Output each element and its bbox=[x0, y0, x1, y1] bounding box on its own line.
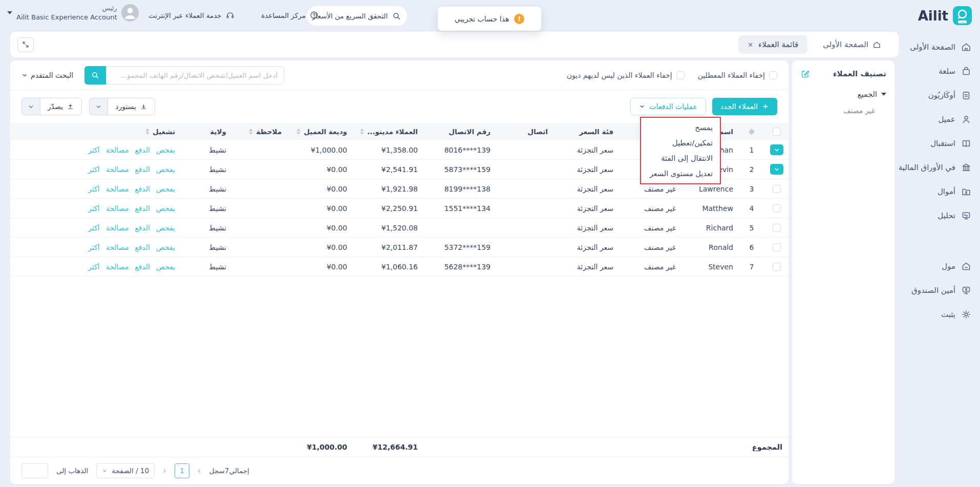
tab-customer-list[interactable]: قائمة العملاء ✕ bbox=[738, 35, 807, 54]
chevron-down-icon[interactable] bbox=[770, 144, 783, 155]
row-action-link[interactable]: أكثر bbox=[88, 146, 100, 154]
goto-page-input[interactable] bbox=[22, 463, 48, 478]
hide-no-debt-checkbox[interactable]: إخفاء العملاء الذين ليس لديهم ديون bbox=[567, 71, 685, 79]
column-header-note[interactable]: ملاحظة bbox=[231, 128, 287, 136]
row-action-link[interactable]: يفحص bbox=[156, 263, 175, 271]
row-action-link[interactable]: الدفع bbox=[135, 185, 150, 193]
select-all-checkbox[interactable] bbox=[765, 128, 789, 136]
sidebar-item-product[interactable]: سلعة bbox=[899, 59, 980, 83]
hide-disabled-checkbox[interactable]: إخفاء العملاء المعطلين bbox=[698, 71, 777, 79]
page-number-button[interactable]: 1 bbox=[175, 463, 189, 478]
help-center-link[interactable]: مركز المساعدة bbox=[261, 10, 319, 20]
sort-caret-icon[interactable] bbox=[360, 129, 364, 135]
row-action-link[interactable]: الدفع bbox=[135, 204, 150, 213]
menu-item-enable-disable[interactable]: تمكين/تعطيل bbox=[641, 135, 720, 151]
checkbox-icon[interactable] bbox=[773, 263, 781, 271]
sidebar-item-home[interactable]: الصفحة الأولى bbox=[899, 35, 980, 59]
edit-icon[interactable] bbox=[800, 69, 811, 79]
category-item-all[interactable]: الجميع bbox=[800, 90, 886, 98]
column-header-deposit[interactable]: وديعة العميل bbox=[287, 128, 352, 136]
row-action-link[interactable]: مصالحة bbox=[105, 204, 129, 213]
row-checkbox[interactable] bbox=[765, 263, 789, 271]
row-action-link[interactable]: يفحص bbox=[156, 204, 175, 213]
mall-icon bbox=[961, 261, 972, 272]
column-header-actions[interactable]: تشغيل bbox=[10, 128, 180, 136]
export-button[interactable]: يصدّر bbox=[40, 98, 82, 115]
row-action-link[interactable]: أكثر bbox=[88, 224, 100, 232]
import-button[interactable]: يستورد bbox=[108, 98, 155, 115]
sidebar-item-occasions[interactable]: أوكَازيُون bbox=[899, 83, 980, 107]
row-action-link[interactable]: يفحص bbox=[156, 146, 175, 154]
row-action-link[interactable]: الدفع bbox=[135, 146, 150, 154]
row-action-link[interactable]: يفحص bbox=[156, 165, 175, 174]
sidebar-item-securities[interactable]: في الأوراق المالية bbox=[899, 155, 980, 179]
row-action-link[interactable]: مصالحة bbox=[105, 165, 129, 174]
row-action-link[interactable]: مصالحة bbox=[105, 185, 129, 193]
row-action-link[interactable]: الدفع bbox=[135, 263, 150, 271]
row-action-link[interactable]: أكثر bbox=[88, 263, 100, 271]
checkbox-icon[interactable] bbox=[773, 185, 781, 193]
sort-caret-icon[interactable] bbox=[145, 129, 150, 135]
sidebar-item-analysis[interactable]: تحليل bbox=[899, 203, 980, 227]
column-settings-button[interactable] bbox=[738, 127, 765, 136]
category-item-uncategorized[interactable]: غير مصنف bbox=[800, 107, 886, 115]
menu-item-move-to-category[interactable]: الانتقال إلى الفئة bbox=[641, 151, 720, 166]
menu-item-adjust-price-level[interactable]: تعديل مستوى السعر bbox=[641, 166, 720, 181]
menu-item-delete[interactable]: يمسح bbox=[641, 120, 720, 135]
advanced-search-toggle[interactable]: البحث المتقدم bbox=[22, 71, 73, 79]
export-menu-caret[interactable] bbox=[22, 98, 40, 115]
chevron-left-icon[interactable]: ‹ bbox=[163, 467, 166, 475]
quick-price-check-button[interactable]: التحقق السريع من الأسعار bbox=[307, 6, 407, 26]
chevron-down-icon[interactable] bbox=[770, 164, 783, 175]
checkbox-icon[interactable] bbox=[676, 71, 685, 79]
row-checkbox[interactable] bbox=[765, 243, 789, 251]
chevron-right-icon[interactable]: › bbox=[198, 467, 201, 475]
row-select-toggle[interactable] bbox=[765, 144, 789, 155]
sidebar-item-cashier[interactable]: أمين الصندوق bbox=[899, 278, 980, 302]
row-action-link[interactable]: مصالحة bbox=[105, 243, 129, 251]
import-menu-caret[interactable] bbox=[89, 98, 108, 115]
sidebar-item-mall[interactable]: مول bbox=[899, 254, 980, 278]
row-action-link[interactable]: أكثر bbox=[88, 165, 100, 174]
sort-caret-icon[interactable] bbox=[249, 129, 253, 135]
checkbox-icon[interactable] bbox=[773, 243, 781, 251]
page-size-select[interactable]: 10 / الصفحة bbox=[96, 463, 155, 478]
column-header-debt[interactable]: العملاء مدينو... bbox=[352, 128, 423, 136]
row-action-link[interactable]: مصالحة bbox=[105, 224, 129, 232]
row-action-link[interactable]: أكثر bbox=[88, 185, 100, 193]
row-action-link[interactable]: أكثر bbox=[88, 243, 100, 251]
sidebar-item-funds[interactable]: أموال bbox=[899, 179, 980, 203]
row-action-link[interactable]: مصالحة bbox=[105, 263, 129, 271]
row-action-link[interactable]: الدفع bbox=[135, 165, 150, 174]
row-select-toggle[interactable] bbox=[765, 164, 789, 175]
search-button[interactable] bbox=[84, 66, 106, 84]
row-action-link[interactable]: الدفع bbox=[135, 224, 150, 232]
checkbox-icon[interactable] bbox=[773, 224, 781, 232]
row-action-link[interactable]: يفحص bbox=[156, 224, 175, 232]
fullscreen-icon[interactable] bbox=[17, 37, 34, 52]
row-action-link[interactable]: الدفع bbox=[135, 243, 150, 251]
row-action-link[interactable]: مصالحة bbox=[105, 146, 129, 154]
close-icon[interactable]: ✕ bbox=[748, 41, 753, 49]
tab-home[interactable]: الصفحة الأولى bbox=[813, 40, 891, 49]
new-customer-button[interactable]: العملاء الجدد bbox=[712, 98, 777, 115]
row-action-link[interactable]: يفحص bbox=[156, 243, 175, 251]
sidebar-item-settings[interactable]: يثبت bbox=[899, 302, 980, 326]
row-action-link[interactable]: أكثر bbox=[88, 204, 100, 213]
row-checkbox[interactable] bbox=[765, 204, 789, 213]
batch-operations-button[interactable]: عمليات الدفعات bbox=[630, 98, 706, 115]
gear-icon[interactable] bbox=[747, 127, 756, 136]
checkbox-icon[interactable] bbox=[773, 128, 781, 136]
account-menu[interactable]: رئيس Ailit Basic Experience Account bbox=[7, 4, 139, 22]
cell-num: 3 bbox=[738, 185, 765, 193]
sort-caret-icon[interactable] bbox=[296, 129, 301, 135]
online-service-link[interactable]: خدمة العملاء عبر الإنترنت bbox=[148, 10, 235, 20]
checkbox-icon[interactable] bbox=[773, 204, 781, 213]
checkbox-icon[interactable] bbox=[769, 71, 777, 79]
row-checkbox[interactable] bbox=[765, 185, 789, 193]
row-action-link[interactable]: يفحص bbox=[156, 185, 175, 193]
search-input[interactable] bbox=[106, 66, 284, 84]
sidebar-item-reception[interactable]: استقبال bbox=[899, 131, 980, 155]
row-checkbox[interactable] bbox=[765, 224, 789, 232]
sidebar-item-customer[interactable]: عميل bbox=[899, 107, 980, 131]
